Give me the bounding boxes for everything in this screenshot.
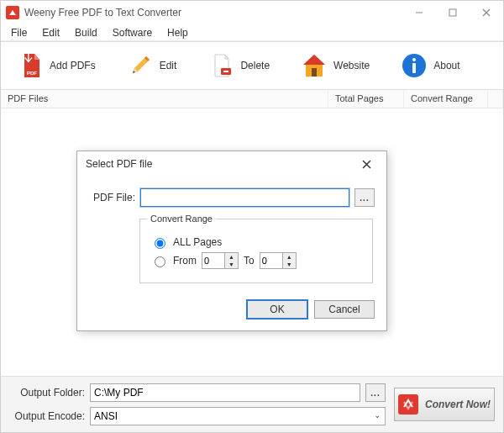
pdf-icon: PDF <box>16 51 45 80</box>
app-icon <box>6 6 19 19</box>
svg-text:PDF: PDF <box>27 71 37 76</box>
menu-file[interactable]: File <box>4 25 34 40</box>
about-button[interactable]: About <box>393 48 466 83</box>
convert-now-label: Convert Now! <box>425 399 491 410</box>
to-up-icon[interactable]: ▲ <box>283 253 296 261</box>
svg-point-9 <box>412 58 416 61</box>
output-settings: Output Folder: ... Output Encode: ⌄ <box>9 383 386 425</box>
menu-help[interactable]: Help <box>160 25 195 40</box>
window-controls <box>402 1 503 24</box>
delete-icon <box>207 51 235 80</box>
delete-button[interactable]: Delete <box>200 48 276 83</box>
browse-folder-button[interactable]: ... <box>365 383 386 402</box>
column-pdf-files[interactable]: PDF Files <box>1 90 328 108</box>
about-label: About <box>433 60 459 71</box>
convert-range-legend: Convert Range <box>147 214 216 224</box>
all-pages-label: ALL Pages <box>173 236 222 248</box>
svg-rect-10 <box>412 63 416 73</box>
from-to-radio[interactable] <box>155 256 165 267</box>
edit-label: Edit <box>160 60 177 71</box>
svg-rect-7 <box>312 68 317 77</box>
dialog-footer: OK Cancel <box>77 292 386 330</box>
delete-label: Delete <box>240 60 270 71</box>
to-value[interactable] <box>260 253 282 268</box>
column-convert-range[interactable]: Convert Range <box>404 90 488 108</box>
minimize-button[interactable] <box>402 1 436 24</box>
to-spinner[interactable]: ▲ ▼ <box>260 252 297 269</box>
toolbar: PDF Add PDFs Edit Delete Website <box>1 41 503 90</box>
pdf-file-label: PDF File: <box>89 192 135 203</box>
pencil-icon <box>126 51 155 80</box>
edit-button[interactable]: Edit <box>119 48 184 83</box>
from-value[interactable] <box>202 253 224 268</box>
menu-build[interactable]: Build <box>68 25 104 40</box>
output-folder-label: Output Folder: <box>9 387 85 399</box>
svg-rect-6 <box>223 71 228 72</box>
house-icon <box>300 51 328 80</box>
main-window: Weeny Free PDF to Text Converter File Ed… <box>0 0 504 433</box>
all-pages-radio[interactable] <box>155 238 165 249</box>
menu-software[interactable]: Software <box>106 25 159 40</box>
website-button[interactable]: Website <box>293 48 376 83</box>
output-folder-input[interactable] <box>90 383 360 402</box>
convert-icon <box>398 394 418 415</box>
select-pdf-dialog: Select PDF file PDF File: ... Convert Ra… <box>76 150 387 331</box>
from-arrows: ▲ ▼ <box>224 253 238 268</box>
from-spinner[interactable]: ▲ ▼ <box>202 252 239 269</box>
to-label: To <box>244 255 255 267</box>
list-header: PDF Files Total Pages Convert Range <box>1 90 503 108</box>
svg-rect-1 <box>449 9 456 16</box>
to-arrows: ▲ ▼ <box>282 253 296 268</box>
to-down-icon[interactable]: ▼ <box>283 261 296 268</box>
pdf-file-input[interactable] <box>140 188 349 207</box>
convert-range-group: Convert Range ALL Pages From ▲ ▼ <box>139 214 373 283</box>
dialog-close-button[interactable] <box>354 154 378 174</box>
file-list[interactable]: Select PDF file PDF File: ... Convert Ra… <box>1 108 503 377</box>
convert-now-button[interactable]: Convert Now! <box>394 388 495 421</box>
browse-pdf-button[interactable]: ... <box>354 188 375 207</box>
window-title: Weeny Free PDF to Text Converter <box>24 7 402 18</box>
from-label: From <box>173 255 197 267</box>
add-pdfs-button[interactable]: PDF Add PDFs <box>9 48 102 83</box>
menu-edit[interactable]: Edit <box>35 25 66 40</box>
ok-button[interactable]: OK <box>247 300 307 319</box>
column-spacer <box>488 90 503 108</box>
cancel-button[interactable]: Cancel <box>314 300 375 319</box>
column-total-pages[interactable]: Total Pages <box>328 90 404 108</box>
output-encode-select[interactable] <box>90 407 386 425</box>
titlebar: Weeny Free PDF to Text Converter <box>1 1 503 24</box>
website-label: Website <box>333 60 370 71</box>
dialog-body: PDF File: ... Convert Range ALL Pages Fr… <box>77 177 386 292</box>
dialog-title-text: Select PDF file <box>86 158 354 170</box>
from-up-icon[interactable]: ▲ <box>225 253 238 261</box>
maximize-button[interactable] <box>436 1 470 24</box>
bottom-panel: Output Folder: ... Output Encode: ⌄ Conv… <box>1 377 503 432</box>
from-down-icon[interactable]: ▼ <box>225 261 238 268</box>
dialog-titlebar: Select PDF file <box>77 151 386 177</box>
close-button[interactable] <box>470 1 503 24</box>
output-encode-label: Output Encode: <box>9 410 85 422</box>
add-pdfs-label: Add PDFs <box>50 60 96 71</box>
info-icon <box>400 51 428 80</box>
menubar: File Edit Build Software Help <box>1 24 503 41</box>
